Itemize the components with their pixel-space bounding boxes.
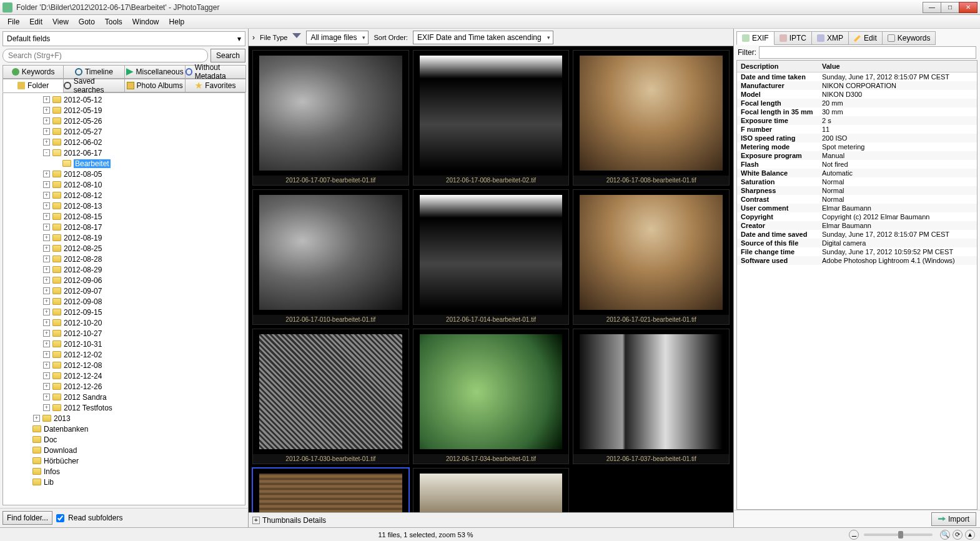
tree-node[interactable]: +2012 Sandra: [3, 392, 245, 402]
tree-node[interactable]: +2012-05-27: [3, 126, 245, 137]
tree-expander-icon[interactable]: +: [43, 372, 50, 379]
tree-expander-icon[interactable]: -: [43, 149, 50, 156]
search-button[interactable]: Search: [210, 49, 245, 62]
exif-row[interactable]: ISO speed rating200 ISO: [737, 134, 977, 142]
tree-expander-icon[interactable]: +: [43, 383, 50, 390]
thumbnail[interactable]: 2012-06-17-007-bearbeitet-01.tif: [252, 50, 409, 186]
exif-row[interactable]: Date and time takenSunday, June 17, 2012…: [737, 72, 977, 82]
thumbnail[interactable]: 2012-06-17-021-bearbeitet-01.tif: [573, 189, 730, 325]
tree-expander-icon[interactable]: +: [43, 171, 50, 177]
tree-node[interactable]: +2012-08-29: [3, 264, 245, 275]
menu-tools[interactable]: Tools: [100, 16, 127, 27]
tree-node[interactable]: +2012-09-15: [3, 307, 245, 317]
sort-order-dropdown[interactable]: EXIF Date and Time taken ascending: [413, 31, 553, 44]
exif-row[interactable]: ModelNIKON D300: [737, 90, 977, 99]
read-subfolders-checkbox[interactable]: [56, 514, 64, 522]
folder-tree[interactable]: +2012-05-12+2012-05-19+2012-05-26+2012-0…: [2, 92, 245, 505]
filter-input[interactable]: [759, 46, 976, 59]
tree-expander-icon[interactable]: +: [43, 128, 50, 135]
right-tab-edit[interactable]: Edit: [848, 31, 883, 45]
right-tab-keywords[interactable]: Keywords: [882, 31, 936, 45]
thumbnail[interactable]: 2012-06-17-010-bearbeitet-01.tif: [252, 189, 409, 325]
tree-node[interactable]: +2012-08-05: [3, 169, 245, 179]
tree-node[interactable]: +2012-08-28: [3, 254, 245, 264]
exif-row[interactable]: ContrastNormal: [737, 195, 977, 204]
exif-row[interactable]: SharpnessNormal: [737, 186, 977, 195]
tree-node[interactable]: Download: [3, 445, 245, 455]
tree-node[interactable]: +2012-09-06: [3, 275, 245, 285]
menu-file[interactable]: File: [2, 16, 24, 27]
exif-row[interactable]: Focal length in 35 mm30 mm: [737, 107, 977, 116]
thumbnail[interactable]: 2012-06-17-008-bearbeitet-01.tif: [573, 50, 730, 186]
tree-expander-icon[interactable]: +: [43, 202, 50, 209]
minimize-button[interactable]: —: [923, 2, 941, 13]
tree-node[interactable]: +2012-08-12: [3, 190, 245, 201]
menu-view[interactable]: View: [47, 16, 74, 27]
tree-expander-icon[interactable]: +: [43, 266, 50, 273]
right-tab-iptc[interactable]: IPTC: [774, 31, 812, 45]
tree-expander-icon[interactable]: +: [43, 298, 50, 305]
exif-row[interactable]: Focal length20 mm: [737, 99, 977, 107]
tree-expander-icon[interactable]: +: [43, 234, 50, 241]
tree-expander-icon[interactable]: +: [43, 330, 50, 337]
thumbnail[interactable]: 2012-06-17-043-bearbeitet-01.tif: [413, 468, 570, 512]
tab-without-metadata[interactable]: Without Metadata: [185, 65, 246, 79]
tree-node[interactable]: +2013: [3, 413, 245, 424]
tree-node[interactable]: +2012-12-02: [3, 349, 245, 360]
exif-row[interactable]: Software usedAdobe Photoshop Lightroom 4…: [737, 256, 977, 265]
zoom-slider[interactable]: [864, 534, 933, 536]
exif-header-value[interactable]: Value: [818, 61, 977, 72]
exif-row[interactable]: CreatorElmar Baumann: [737, 221, 977, 230]
tree-expander-icon[interactable]: +: [43, 117, 50, 124]
tree-expander-icon[interactable]: +: [43, 107, 50, 114]
tree-node[interactable]: +2012-10-27: [3, 328, 245, 339]
tree-node[interactable]: +2012-12-24: [3, 370, 245, 381]
tree-expander-icon[interactable]: +: [43, 181, 50, 188]
exif-row[interactable]: Date and time savedSunday, June 17, 2012…: [737, 230, 977, 239]
tab-miscellaneous[interactable]: Miscellaneous: [124, 65, 186, 79]
tree-node[interactable]: +2012-08-17: [3, 222, 245, 232]
thumbnail[interactable]: 2012-06-17-014-bearbeitet-01.tif: [413, 189, 570, 325]
tree-expander-icon[interactable]: +: [43, 394, 50, 400]
thumbnails-area[interactable]: 2012-06-17-007-bearbeitet-01.tif2012-06-…: [249, 46, 733, 512]
tree-expander-icon[interactable]: +: [43, 139, 50, 146]
menu-edit[interactable]: Edit: [24, 16, 47, 27]
menu-window[interactable]: Window: [127, 16, 164, 27]
tree-expander-icon[interactable]: +: [43, 351, 50, 358]
exif-row[interactable]: Exposure programManual: [737, 151, 977, 160]
thumbnail[interactable]: 2012-06-17-040-bearbeitet-01.tif: [252, 468, 409, 512]
tree-node[interactable]: +2012-12-08: [3, 360, 245, 370]
tree-node[interactable]: +2012-08-15: [3, 211, 245, 222]
tree-node[interactable]: +2012-10-20: [3, 317, 245, 328]
menu-help[interactable]: Help: [164, 16, 190, 27]
file-type-dropdown[interactable]: All image files: [306, 31, 369, 44]
tree-expander-icon[interactable]: +: [43, 192, 50, 199]
menu-goto[interactable]: Goto: [74, 16, 100, 27]
exif-row[interactable]: CopyrightCopyright (c) 2012 Elmar Bauman…: [737, 212, 977, 221]
thumbnail[interactable]: 2012-06-17-034-bearbeitet-01.tif: [413, 329, 570, 464]
eject-icon[interactable]: ▲: [965, 530, 975, 540]
tree-expander-icon[interactable]: +: [43, 224, 50, 231]
right-tab-xmp[interactable]: XMP: [811, 31, 849, 45]
exif-row[interactable]: ManufacturerNIKON CORPORATION: [737, 81, 977, 90]
tree-expander-icon[interactable]: +: [33, 415, 40, 422]
tab-favorites[interactable]: Favorites: [185, 79, 246, 92]
tab-photo-albums[interactable]: Photo Albums: [124, 79, 186, 92]
maximize-button[interactable]: □: [941, 2, 959, 13]
tree-node[interactable]: Hörbücher: [3, 455, 245, 466]
tree-expander-icon[interactable]: +: [43, 287, 50, 294]
tree-node[interactable]: +2012-06-02: [3, 137, 245, 147]
exif-row[interactable]: File change timeSunday, June 17, 2012 10…: [737, 247, 977, 256]
tree-node[interactable]: Doc: [3, 434, 245, 445]
tree-node[interactable]: -2012-06-17: [3, 147, 245, 158]
fieldset-dropdown[interactable]: Default fields ▾: [2, 31, 245, 46]
exif-row[interactable]: User commentElmar Baumann: [737, 204, 977, 212]
find-folder-button[interactable]: Find folder...: [2, 511, 52, 525]
exif-row[interactable]: White BalanceAutomatic: [737, 169, 977, 177]
zoom-in-icon[interactable]: 🔍: [940, 530, 950, 540]
import-button[interactable]: Import: [931, 512, 976, 526]
tree-expander-icon[interactable]: +: [43, 340, 50, 347]
tree-node[interactable]: +2012-05-26: [3, 116, 245, 126]
tree-node[interactable]: +2012-08-19: [3, 232, 245, 243]
thumbnail[interactable]: 2012-06-17-030-bearbeitet-01.tif: [252, 329, 409, 464]
